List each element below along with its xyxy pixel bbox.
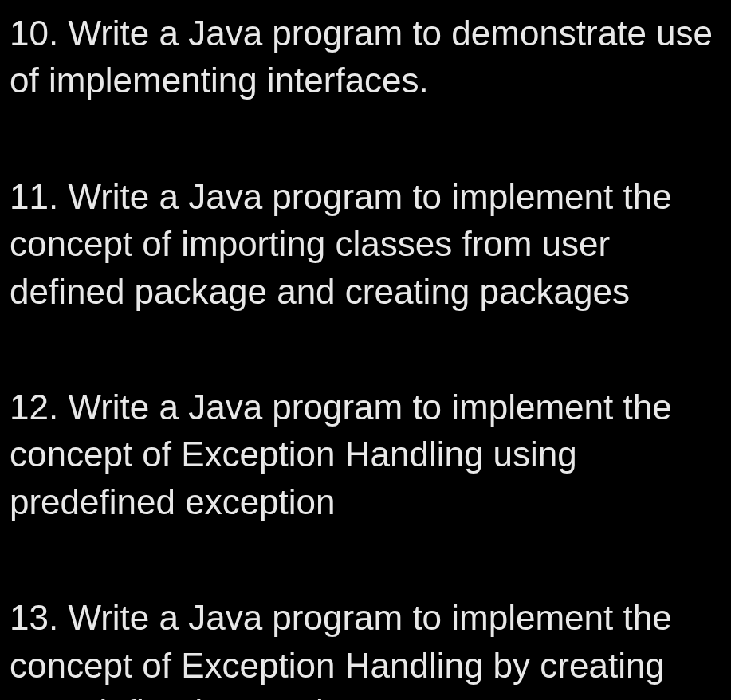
question-text: 12. Write a Java program to implement th… — [10, 387, 672, 521]
question-10: 10. Write a Java program to demonstrate … — [10, 10, 721, 104]
question-text: 11. Write a Java program to implement th… — [10, 177, 672, 311]
question-text: 10. Write a Java program to demonstrate … — [10, 14, 713, 100]
question-12: 12. Write a Java program to implement th… — [10, 383, 721, 525]
question-11: 11. Write a Java program to implement th… — [10, 173, 721, 315]
question-text: 13. Write a Java program to implement th… — [10, 598, 672, 700]
question-13: 13. Write a Java program to implement th… — [10, 594, 721, 700]
